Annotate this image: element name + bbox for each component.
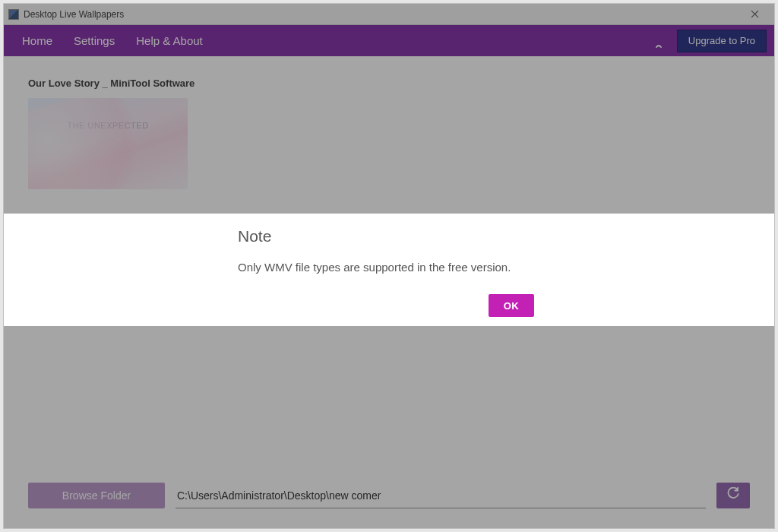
- app-window: Desktop Live Wallpapers Home Settings He…: [3, 3, 775, 529]
- ok-button[interactable]: OK: [489, 294, 534, 317]
- note-dialog: Note Only WMV file types are supported i…: [4, 214, 774, 326]
- dialog-message: Only WMV file types are supported in the…: [238, 261, 774, 274]
- dialog-title: Note: [238, 227, 774, 245]
- dialog-actions: OK: [489, 294, 534, 317]
